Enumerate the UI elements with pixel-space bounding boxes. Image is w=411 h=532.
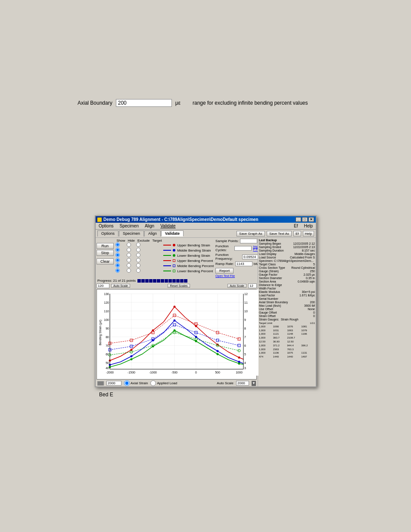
svg-text:50: 50 [106, 361, 109, 364]
axial-boundary-unit: με [175, 100, 181, 106]
axial-boundary-row: Axial Boundary με range for excluding in… [78, 99, 308, 107]
open-text-link[interactable]: Open Text File [215, 274, 235, 277]
legend-row-middle-pct: Middle Bending Percent [115, 263, 214, 268]
help-button[interactable]: Help [303, 231, 314, 236]
auto-scale-left-btn[interactable]: Auto Scale [111, 284, 130, 288]
reset-scales-btn[interactable]: Reset Scales [168, 284, 190, 288]
tabs-row: Options Specimen Align Validate [97, 230, 184, 236]
function-cycles-input[interactable] [234, 246, 252, 251]
svg-point-52 [131, 355, 133, 358]
svg-text:-1500: -1500 [128, 371, 135, 374]
svg-text:10: 10 [244, 310, 248, 313]
svg-point-47 [174, 306, 176, 308]
save-graph-button[interactable]: Save Graph As [237, 231, 265, 236]
svg-point-50 [238, 357, 240, 359]
svg-text:110: 110 [104, 310, 109, 313]
report-button[interactable]: Report [215, 268, 234, 274]
svg-text:90: 90 [106, 327, 109, 330]
sample-points-input[interactable] [240, 239, 257, 243]
ef-button[interactable]: Ef [293, 231, 301, 236]
axial-strain-radio-label: Axial Strain [124, 380, 148, 386]
svg-text:4: 4 [244, 361, 246, 364]
ramp-rate-label: Ramp Rate: [215, 262, 234, 266]
svg-text:100: 100 [104, 318, 109, 321]
svg-text:5: 5 [244, 353, 246, 356]
x-auto-scale-input[interactable] [236, 381, 249, 386]
tab-align[interactable]: Align [144, 230, 161, 236]
legend-row-middle-strain: Middle Bending Strain [115, 248, 214, 253]
left-scale-input[interactable] [97, 283, 109, 288]
svg-point-56 [217, 350, 219, 352]
window-title: Demo Debug 789 Alignment - C:\789Align\S… [103, 217, 258, 222]
svg-point-63 [217, 353, 219, 355]
svg-text:12: 12 [244, 292, 248, 296]
svg-point-64 [238, 363, 240, 365]
axial-strain-radio[interactable] [124, 380, 130, 386]
x-axis-controls: Axial Strain Applied Load Auto Scale ▼ [96, 380, 258, 386]
minimize-button[interactable]: _ [296, 217, 301, 222]
svg-text:40: 40 [106, 367, 109, 370]
auto-scale-right-btn[interactable]: Auto Scale [227, 284, 246, 288]
tab-specimen[interactable]: Specimen [119, 230, 144, 236]
tab-options[interactable]: Options [97, 230, 118, 236]
legend-row-lower-strain: Lower Bending Strain [115, 253, 214, 258]
svg-text:-2000: -2000 [106, 371, 114, 374]
svg-point-54 [174, 320, 176, 322]
status-bar: Progress: 21 of 21 points [96, 278, 258, 283]
axial-boundary-description: range for excluding infinite bending per… [193, 100, 308, 106]
svg-text:3: 3 [244, 367, 246, 370]
info-panel: Last Backup Sampling Began 12/22/2005 2:… [258, 238, 316, 386]
chart-area: 130 120 110 100 90 80 70 60 50 40 [97, 289, 257, 380]
svg-text:7: 7 [244, 336, 246, 339]
title-icon [97, 218, 102, 222]
svg-text:-500: -500 [171, 371, 177, 374]
maximize-button[interactable]: □ [302, 217, 308, 222]
x-axis-scale-input[interactable] [106, 381, 121, 386]
svg-text:1000: 1000 [236, 371, 243, 374]
axial-boundary-label: Axial Boundary [78, 100, 112, 106]
svg-text:6: 6 [244, 344, 246, 347]
clear-button[interactable]: Clear [97, 258, 114, 264]
menu-specimen[interactable]: Specimen [118, 223, 140, 229]
bed-e-text: Bed E [99, 392, 113, 398]
svg-text:9: 9 [244, 318, 246, 321]
legend-table: Show Hide Exclude Target [115, 239, 214, 274]
data-table: Target LimitLG1 1,000106610761081 1,0001… [259, 322, 315, 359]
menu-bar: Options Specimen Align Validate Ef Help [96, 223, 316, 230]
function-cycles-label: Function Cycles: [215, 244, 233, 252]
progress-label: Progress: 21 of 21 points [97, 279, 136, 283]
svg-text:Bending Strain (με): Bending Strain (με) [99, 320, 102, 345]
menu-options[interactable]: Options [97, 223, 115, 229]
tab-validate[interactable]: Validate [161, 230, 184, 236]
svg-text:8: 8 [244, 327, 246, 330]
svg-text:80: 80 [106, 336, 109, 339]
legend-row-upper-pct: Upper Bending Percent [115, 258, 214, 263]
svg-text:120: 120 [104, 301, 109, 304]
menu-ef[interactable]: Ef [293, 223, 299, 229]
legend-row-upper-strain: Upper Bending Strain [115, 243, 214, 248]
scroll-down[interactable]: ▼ [252, 381, 256, 386]
chart-svg: 130 120 110 100 90 80 70 60 50 40 [97, 289, 258, 376]
svg-text:-1000: -1000 [149, 371, 157, 374]
run-button[interactable]: Run [97, 243, 114, 249]
stop-button[interactable]: Stop [97, 250, 114, 256]
applied-load-radio[interactable] [150, 380, 156, 386]
svg-point-59 [131, 358, 133, 361]
func-freq-label: Function Frequency: [215, 253, 241, 261]
ramp-rate-input[interactable] [235, 261, 252, 266]
menu-align[interactable]: Align [143, 223, 156, 229]
applied-load-radio-label: Applied Load [150, 380, 177, 386]
svg-text:130: 130 [104, 292, 109, 296]
save-text-button[interactable]: Save Text As [267, 231, 292, 236]
right-scale-input[interactable] [248, 283, 257, 288]
legend-row-lower-pct: Lower Bending Percent [115, 268, 214, 274]
menu-help[interactable]: Help [302, 223, 314, 229]
axial-boundary-input[interactable] [116, 99, 172, 107]
app-window: Demo Debug 789 Alignment - C:\789Align\S… [95, 215, 317, 387]
title-bar: Demo Debug 789 Alignment - C:\789Align\S… [96, 216, 316, 223]
close-button[interactable]: ✕ [308, 217, 314, 222]
menu-validate[interactable]: Validate [159, 223, 177, 229]
sample-points-label: Sample Points: [215, 239, 239, 243]
svg-text:500: 500 [215, 371, 220, 374]
progress-blocks [137, 279, 187, 283]
